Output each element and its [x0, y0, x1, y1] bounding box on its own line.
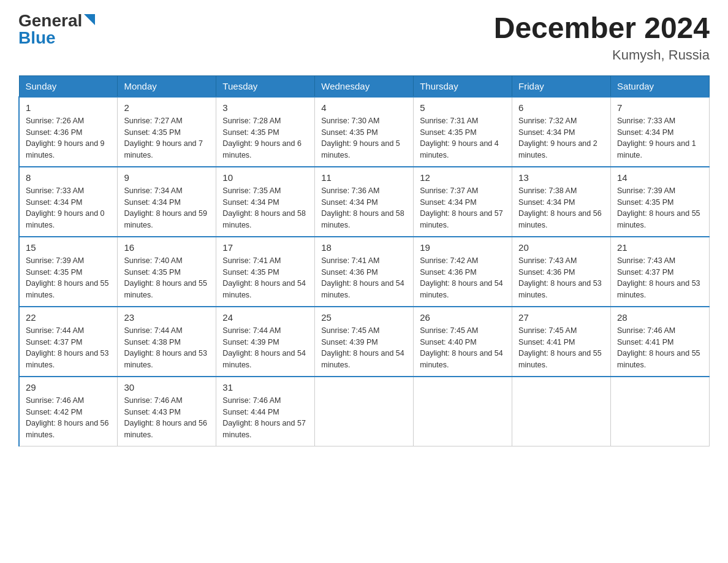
calendar-cell: 11Sunrise: 7:36 AMSunset: 4:34 PMDayligh… — [315, 167, 414, 237]
logo-general-text: General — [18, 12, 82, 29]
day-number: 10 — [222, 172, 308, 183]
day-number: 8 — [26, 172, 111, 183]
calendar-cell: 24Sunrise: 7:44 AMSunset: 4:39 PMDayligh… — [216, 307, 315, 377]
logo: General Blue — [18, 12, 95, 47]
calendar-cell: 27Sunrise: 7:45 AMSunset: 4:41 PMDayligh… — [512, 307, 611, 377]
day-info: Sunrise: 7:41 AMSunset: 4:35 PMDaylight:… — [222, 255, 308, 301]
header-row: SundayMondayTuesdayWednesdayThursdayFrid… — [19, 75, 710, 97]
calendar-cell: 8Sunrise: 7:33 AMSunset: 4:34 PMDaylight… — [19, 167, 118, 237]
day-info: Sunrise: 7:43 AMSunset: 4:37 PMDaylight:… — [617, 255, 703, 301]
title-section: December 2024 Kumysh, Russia — [494, 12, 710, 63]
day-info: Sunrise: 7:28 AMSunset: 4:35 PMDaylight:… — [222, 115, 308, 161]
day-number: 17 — [222, 242, 308, 253]
calendar-cell: 29Sunrise: 7:46 AMSunset: 4:42 PMDayligh… — [19, 377, 118, 446]
day-number: 15 — [26, 242, 111, 253]
day-number: 22 — [26, 312, 111, 323]
day-info: Sunrise: 7:41 AMSunset: 4:36 PMDaylight:… — [321, 255, 407, 301]
header-cell-sunday: Sunday — [19, 75, 118, 97]
day-info: Sunrise: 7:46 AMSunset: 4:42 PMDaylight:… — [26, 395, 111, 441]
calendar-title: December 2024 — [494, 12, 710, 45]
calendar-cell — [315, 377, 414, 446]
logo-arrow-icon — [84, 14, 95, 25]
day-info: Sunrise: 7:36 AMSunset: 4:34 PMDaylight:… — [321, 185, 407, 231]
day-number: 19 — [420, 242, 506, 253]
calendar-cell: 1Sunrise: 7:26 AMSunset: 4:36 PMDaylight… — [19, 97, 118, 167]
day-number: 30 — [124, 382, 210, 393]
day-number: 23 — [124, 312, 210, 323]
logo-blue-text: Blue — [18, 29, 56, 47]
header-cell-wednesday: Wednesday — [315, 75, 414, 97]
day-number: 5 — [420, 102, 506, 113]
day-number: 25 — [321, 312, 407, 323]
calendar-cell: 22Sunrise: 7:44 AMSunset: 4:37 PMDayligh… — [19, 307, 118, 377]
day-number: 4 — [321, 102, 407, 113]
calendar-cell: 26Sunrise: 7:45 AMSunset: 4:40 PMDayligh… — [414, 307, 512, 377]
calendar-cell: 28Sunrise: 7:46 AMSunset: 4:41 PMDayligh… — [611, 307, 710, 377]
week-row-4: 22Sunrise: 7:44 AMSunset: 4:37 PMDayligh… — [19, 307, 710, 377]
calendar-table: SundayMondayTuesdayWednesdayThursdayFrid… — [18, 75, 710, 446]
week-row-3: 15Sunrise: 7:39 AMSunset: 4:35 PMDayligh… — [19, 237, 710, 307]
day-number: 1 — [26, 102, 111, 113]
day-info: Sunrise: 7:39 AMSunset: 4:35 PMDaylight:… — [617, 185, 703, 231]
day-info: Sunrise: 7:33 AMSunset: 4:34 PMDaylight:… — [617, 115, 703, 161]
header-cell-saturday: Saturday — [611, 75, 710, 97]
day-info: Sunrise: 7:44 AMSunset: 4:38 PMDaylight:… — [124, 325, 210, 371]
calendar-cell: 17Sunrise: 7:41 AMSunset: 4:35 PMDayligh… — [216, 237, 315, 307]
calendar-cell: 9Sunrise: 7:34 AMSunset: 4:34 PMDaylight… — [118, 167, 216, 237]
calendar-cell: 23Sunrise: 7:44 AMSunset: 4:38 PMDayligh… — [118, 307, 216, 377]
day-info: Sunrise: 7:46 AMSunset: 4:43 PMDaylight:… — [124, 395, 210, 441]
calendar-cell: 5Sunrise: 7:31 AMSunset: 4:35 PMDaylight… — [414, 97, 512, 167]
calendar-cell: 4Sunrise: 7:30 AMSunset: 4:35 PMDaylight… — [315, 97, 414, 167]
calendar-cell: 3Sunrise: 7:28 AMSunset: 4:35 PMDaylight… — [216, 97, 315, 167]
calendar-cell: 19Sunrise: 7:42 AMSunset: 4:36 PMDayligh… — [414, 237, 512, 307]
day-info: Sunrise: 7:30 AMSunset: 4:35 PMDaylight:… — [321, 115, 407, 161]
day-info: Sunrise: 7:39 AMSunset: 4:35 PMDaylight:… — [26, 255, 111, 301]
day-number: 24 — [222, 312, 308, 323]
day-info: Sunrise: 7:45 AMSunset: 4:39 PMDaylight:… — [321, 325, 407, 371]
calendar-cell: 20Sunrise: 7:43 AMSunset: 4:36 PMDayligh… — [512, 237, 611, 307]
day-number: 13 — [518, 172, 604, 183]
day-info: Sunrise: 7:38 AMSunset: 4:34 PMDaylight:… — [518, 185, 604, 231]
week-row-1: 1Sunrise: 7:26 AMSunset: 4:36 PMDaylight… — [19, 97, 710, 167]
day-number: 18 — [321, 242, 407, 253]
calendar-cell: 13Sunrise: 7:38 AMSunset: 4:34 PMDayligh… — [512, 167, 611, 237]
day-info: Sunrise: 7:27 AMSunset: 4:35 PMDaylight:… — [124, 115, 210, 161]
day-number: 3 — [222, 102, 308, 113]
header-cell-monday: Monday — [118, 75, 216, 97]
calendar-cell: 14Sunrise: 7:39 AMSunset: 4:35 PMDayligh… — [611, 167, 710, 237]
day-number: 27 — [518, 312, 604, 323]
day-info: Sunrise: 7:44 AMSunset: 4:39 PMDaylight:… — [222, 325, 308, 371]
calendar-cell — [414, 377, 512, 446]
calendar-cell: 21Sunrise: 7:43 AMSunset: 4:37 PMDayligh… — [611, 237, 710, 307]
calendar-cell: 18Sunrise: 7:41 AMSunset: 4:36 PMDayligh… — [315, 237, 414, 307]
day-info: Sunrise: 7:33 AMSunset: 4:34 PMDaylight:… — [26, 185, 111, 231]
day-number: 11 — [321, 172, 407, 183]
calendar-cell: 25Sunrise: 7:45 AMSunset: 4:39 PMDayligh… — [315, 307, 414, 377]
calendar-cell: 7Sunrise: 7:33 AMSunset: 4:34 PMDaylight… — [611, 97, 710, 167]
calendar-cell: 30Sunrise: 7:46 AMSunset: 4:43 PMDayligh… — [118, 377, 216, 446]
day-info: Sunrise: 7:42 AMSunset: 4:36 PMDaylight:… — [420, 255, 506, 301]
calendar-cell: 15Sunrise: 7:39 AMSunset: 4:35 PMDayligh… — [19, 237, 118, 307]
day-number: 20 — [518, 242, 604, 253]
day-info: Sunrise: 7:31 AMSunset: 4:35 PMDaylight:… — [420, 115, 506, 161]
day-number: 31 — [222, 382, 308, 393]
day-number: 9 — [124, 172, 210, 183]
header-cell-tuesday: Tuesday — [216, 75, 315, 97]
svg-marker-0 — [84, 14, 95, 25]
page-header: General Blue December 2024 Kumysh, Russi… — [18, 12, 710, 63]
week-row-5: 29Sunrise: 7:46 AMSunset: 4:42 PMDayligh… — [19, 377, 710, 446]
header-cell-friday: Friday — [512, 75, 611, 97]
calendar-cell: 10Sunrise: 7:35 AMSunset: 4:34 PMDayligh… — [216, 167, 315, 237]
calendar-cell: 31Sunrise: 7:46 AMSunset: 4:44 PMDayligh… — [216, 377, 315, 446]
day-number: 28 — [617, 312, 703, 323]
header-cell-thursday: Thursday — [414, 75, 512, 97]
day-info: Sunrise: 7:26 AMSunset: 4:36 PMDaylight:… — [26, 115, 111, 161]
day-info: Sunrise: 7:45 AMSunset: 4:41 PMDaylight:… — [518, 325, 604, 371]
day-info: Sunrise: 7:44 AMSunset: 4:37 PMDaylight:… — [26, 325, 111, 371]
day-info: Sunrise: 7:46 AMSunset: 4:44 PMDaylight:… — [222, 395, 308, 441]
day-number: 26 — [420, 312, 506, 323]
calendar-cell: 6Sunrise: 7:32 AMSunset: 4:34 PMDaylight… — [512, 97, 611, 167]
day-number: 21 — [617, 242, 703, 253]
day-info: Sunrise: 7:46 AMSunset: 4:41 PMDaylight:… — [617, 325, 703, 371]
day-info: Sunrise: 7:32 AMSunset: 4:34 PMDaylight:… — [518, 115, 604, 161]
